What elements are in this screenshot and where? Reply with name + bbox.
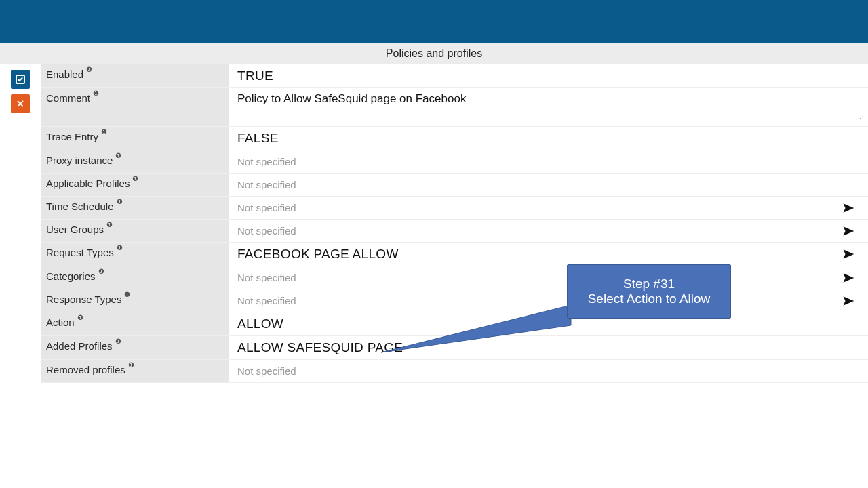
value-user-groups[interactable]: Not specified [229, 220, 868, 242]
info-icon[interactable]: ❶ [77, 314, 83, 321]
row-trace-entry[interactable]: Trace Entry❶ FALSE [41, 127, 868, 150]
goto-icon[interactable] [842, 225, 854, 237]
label-user-groups: User Groups [46, 224, 104, 235]
info-icon[interactable]: ❶ [93, 89, 99, 97]
top-banner [0, 0, 868, 43]
info-icon[interactable]: ❶ [115, 152, 121, 159]
label-action: Action [46, 317, 75, 328]
resize-handle-icon[interactable]: ⋰ [856, 115, 864, 123]
cancel-button[interactable] [11, 94, 30, 113]
value-proxy-instance[interactable]: Not specified [229, 150, 868, 173]
info-icon[interactable]: ❶ [128, 361, 134, 369]
info-icon[interactable]: ❶ [117, 244, 123, 251]
row-time-schedule[interactable]: Time Schedule❶ Not specified [41, 197, 868, 220]
goto-icon[interactable] [842, 272, 854, 284]
label-time-schedule: Time Schedule [46, 201, 114, 212]
row-enabled[interactable]: Enabled❶ TRUE [41, 64, 868, 88]
check-icon [15, 74, 26, 85]
time-schedule-text: Not specified [237, 202, 296, 214]
label-removed-profiles: Removed profiles [46, 364, 125, 375]
goto-icon[interactable] [842, 295, 854, 307]
callout-arrow-icon [381, 305, 585, 366]
row-proxy-instance[interactable]: Proxy instance❶ Not specified [41, 150, 868, 174]
section-title: Policies and profiles [0, 43, 868, 64]
value-applicable-profiles[interactable]: Not specified [229, 174, 868, 196]
row-comment[interactable]: Comment❶ Policy to Allow SafeSquid page … [41, 88, 868, 127]
info-icon[interactable]: ❶ [117, 198, 123, 205]
confirm-button[interactable] [11, 70, 30, 89]
info-icon[interactable]: ❶ [101, 128, 107, 136]
value-comment[interactable]: Policy to Allow SafeSquid page on Facebo… [229, 88, 868, 126]
label-applicable-profiles: Applicable Profiles [46, 178, 130, 189]
value-categories[interactable]: Not specified [229, 266, 868, 289]
value-trace-entry[interactable]: FALSE [229, 127, 868, 150]
info-icon[interactable]: ❶ [115, 338, 121, 345]
response-types-text: Not specified [237, 295, 296, 306]
value-time-schedule[interactable]: Not specified [229, 197, 868, 219]
label-response-types: Response Types [46, 293, 121, 305]
categories-text: Not specified [237, 272, 296, 283]
callout-line1: Step #31 [568, 277, 730, 291]
value-request-types[interactable]: FACEBOOK PAGE ALLOW [229, 243, 868, 266]
label-request-types: Request Types [46, 247, 114, 258]
row-action-buttons [0, 64, 41, 383]
info-icon[interactable]: ❶ [106, 221, 113, 228]
info-icon[interactable]: ❶ [86, 66, 92, 73]
svg-marker-1 [381, 305, 571, 352]
goto-icon[interactable] [842, 202, 854, 214]
label-enabled: Enabled [46, 68, 83, 80]
goto-icon[interactable] [842, 248, 854, 260]
label-added-profiles: Added Profiles [46, 340, 113, 352]
label-proxy-instance: Proxy instance [46, 155, 113, 166]
label-trace-entry: Trace Entry [46, 131, 98, 142]
callout-line2: Select Action to Allow [568, 291, 730, 306]
close-icon [16, 99, 25, 108]
row-applicable-profiles[interactable]: Applicable Profiles❶ Not specified [41, 174, 868, 197]
info-icon[interactable]: ❶ [132, 175, 138, 182]
comment-text: Policy to Allow SafeSquid page on Facebo… [237, 92, 466, 106]
value-enabled[interactable]: TRUE [229, 64, 868, 87]
row-user-groups[interactable]: User Groups❶ Not specified [41, 220, 868, 243]
row-categories[interactable]: Categories❶ Not specified [41, 266, 868, 289]
step-callout: Step #31 Select Action to Allow [567, 264, 731, 319]
info-icon[interactable]: ❶ [124, 291, 130, 298]
info-icon[interactable]: ❶ [98, 268, 104, 275]
label-comment: Comment [46, 92, 90, 104]
request-types-text: FACEBOOK PAGE ALLOW [237, 247, 399, 262]
user-groups-text: Not specified [237, 225, 296, 237]
row-request-types[interactable]: Request Types❶ FACEBOOK PAGE ALLOW [41, 243, 868, 266]
label-categories: Categories [46, 270, 96, 282]
